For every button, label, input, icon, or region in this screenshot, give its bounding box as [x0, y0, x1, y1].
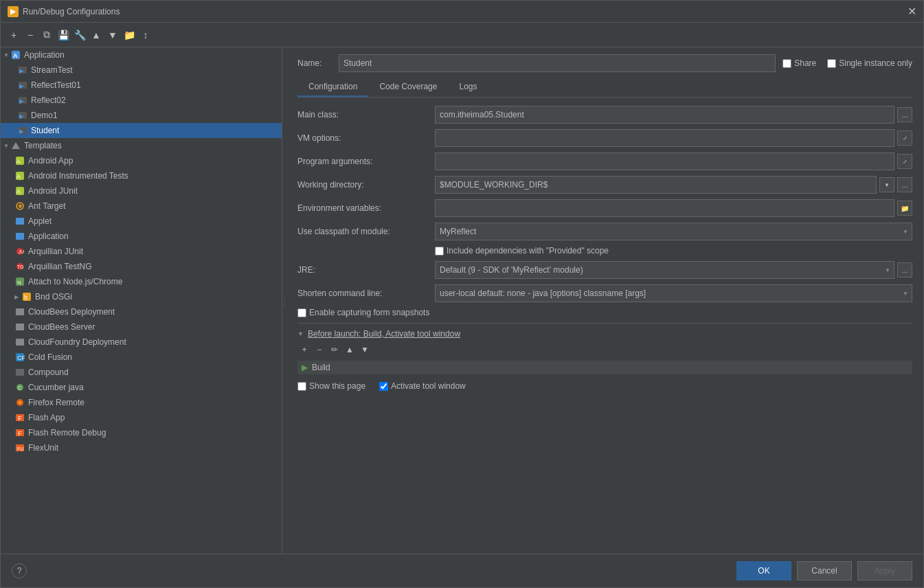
name-input[interactable] [339, 54, 776, 72]
ant-target-label: Ant Target [28, 201, 65, 211]
sort-button[interactable]: ↕ [138, 27, 153, 43]
activate-tool-label[interactable]: Activate tool window [379, 381, 466, 391]
tree-item-flash-app[interactable]: F Flash App [1, 410, 282, 425]
tree-item-arquillian-testng[interactable]: TG Arquillian TestNG [1, 259, 282, 274]
tree-item-attach-nodejs[interactable]: N Attach to Node.js/Chrome [1, 274, 282, 289]
single-instance-checkbox[interactable] [827, 59, 836, 68]
tree-item-android-instrumented[interactable]: A Android Instrumented Tests [1, 168, 282, 183]
jre-browse-button[interactable]: ... [897, 262, 912, 278]
main-class-input[interactable] [435, 106, 894, 124]
apply-button[interactable]: Apply [857, 561, 912, 580]
tree-item-bnd-osgi[interactable]: ▶ b Bnd OSGi [1, 289, 282, 304]
show-page-checkbox[interactable] [297, 382, 306, 391]
working-dir-dropdown-button[interactable]: ▼ [879, 177, 894, 192]
tree-item-streamtest[interactable]: ▶ StreamTest [1, 63, 282, 78]
student-label: Student [31, 126, 59, 135]
tree-item-templates-group[interactable]: ▼ Templates [1, 138, 282, 153]
enable-capturing-label[interactable]: Enable capturing form snapshots [297, 308, 429, 317]
tree-item-cold-fusion[interactable]: CF Cold Fusion [1, 350, 282, 365]
include-deps-row: Include dependencies with "Provided" sco… [297, 246, 912, 256]
tree-item-firefox-remote[interactable]: Firefox Remote [1, 395, 282, 410]
tab-logs[interactable]: Logs [448, 78, 488, 97]
save-config-button[interactable]: 💾 [56, 27, 71, 43]
enable-capturing-checkbox[interactable] [297, 308, 306, 317]
ant-target-icon: ✱ [14, 201, 25, 212]
build-label: Build [312, 363, 330, 372]
working-dir-browse-button[interactable]: ... [897, 177, 912, 192]
tree-item-cloudbees-deployment[interactable]: CloudBees Deployment [1, 304, 282, 319]
program-args-expand-button[interactable]: ⤢ [897, 154, 912, 169]
env-vars-wrap: 📁 [435, 199, 912, 217]
single-instance-checkbox-label[interactable]: Single instance only [827, 58, 912, 68]
cancel-button[interactable]: Cancel [797, 561, 852, 580]
move-up-button[interactable]: ▲ [89, 27, 104, 43]
tree-item-demo1[interactable]: ▶ Demo1 [1, 108, 282, 123]
add-config-button[interactable]: + [6, 27, 21, 43]
tab-code-coverage[interactable]: Code Coverage [368, 78, 448, 97]
tree-item-ant-target[interactable]: ✱ Ant Target [1, 199, 282, 214]
classpath-select[interactable]: MyReflect [435, 223, 912, 240]
before-launch-header[interactable]: ▼ Before launch: Build, Activate tool wi… [297, 329, 912, 339]
firefox-remote-icon [14, 397, 25, 408]
include-deps-checkbox[interactable] [435, 247, 444, 256]
program-args-input[interactable] [435, 152, 894, 170]
settings-button[interactable]: 🔧 [72, 27, 87, 43]
jre-select-wrap: Default (9 - SDK of 'MyReflect' module) [435, 261, 894, 279]
vm-options-expand-button[interactable]: ⤢ [897, 131, 912, 146]
application-group-icon: A [10, 49, 21, 60]
tree-item-cucumber-java[interactable]: C Cucumber java [1, 380, 282, 395]
compound-label: Compound [28, 368, 69, 377]
launch-remove-button[interactable]: − [313, 343, 326, 357]
svg-text:TG: TG [17, 264, 24, 269]
folder-button[interactable]: 📁 [122, 27, 137, 43]
share-checkbox-label[interactable]: Share [782, 58, 816, 68]
tree-item-application[interactable]: Application [1, 229, 282, 244]
main-class-expand-button[interactable]: ... [897, 107, 912, 122]
tree-item-compound[interactable]: Compound [1, 365, 282, 380]
tree-item-applet[interactable]: Applet [1, 214, 282, 229]
tree-item-flash-remote-debug[interactable]: F Flash Remote Debug [1, 425, 282, 440]
help-button[interactable]: ? [12, 563, 27, 578]
shorten-cmd-select[interactable]: user-local default: none - java [options… [435, 284, 912, 302]
show-page-label[interactable]: Show this page [297, 381, 365, 391]
svg-rect-22 [16, 233, 24, 240]
tree-item-reflect02[interactable]: ▶ Reflect02 [1, 93, 282, 108]
svg-text:C: C [18, 385, 21, 390]
working-dir-input[interactable] [435, 176, 877, 194]
tree-item-application-group[interactable]: ▼ A Application [1, 47, 282, 63]
tree-item-android-junit[interactable]: A Android JUnit [1, 183, 282, 199]
tree-item-cloudfoundry-deployment[interactable]: CloudFoundry Deployment [1, 335, 282, 350]
tree-item-student[interactable]: ▶ Student [1, 123, 282, 138]
copy-config-button[interactable]: ⧉ [39, 27, 54, 43]
launch-edit-button[interactable]: ✏ [328, 343, 341, 357]
svg-text:F: F [18, 415, 22, 422]
move-down-button[interactable]: ▼ [105, 27, 120, 43]
env-vars-browse-button[interactable]: 📁 [897, 201, 912, 216]
tree-item-arquillian-junit[interactable]: JU Arquillian JUnit [1, 244, 282, 259]
android-junit-label: Android JUnit [28, 186, 78, 196]
jre-select[interactable]: Default (9 - SDK of 'MyReflect' module) [435, 261, 894, 279]
tree-item-reflecttest01[interactable]: ▶ ReflectTest01 [1, 78, 282, 93]
include-deps-label[interactable]: Include dependencies with "Provided" sco… [435, 246, 609, 256]
arquillian-junit-label: Arquillian JUnit [28, 247, 83, 256]
remove-config-button[interactable]: − [23, 27, 38, 43]
svg-text:A: A [16, 158, 21, 165]
ok-button[interactable]: OK [736, 561, 791, 580]
tab-configuration[interactable]: Configuration [297, 78, 368, 97]
vm-options-label: VM options: [297, 133, 435, 143]
env-vars-input[interactable] [435, 199, 894, 217]
launch-move-down-button[interactable]: ▼ [358, 343, 372, 357]
dialog-title: Run/Debug Configurations [23, 7, 120, 16]
launch-add-button[interactable]: + [297, 343, 311, 357]
show-page-text: Show this page [309, 381, 365, 391]
tree-item-flexunit[interactable]: FU FlexUnit [1, 440, 282, 455]
share-checkbox[interactable] [782, 59, 791, 68]
close-button[interactable]: ✕ [908, 6, 916, 17]
single-instance-label: Single instance only [839, 58, 912, 68]
launch-move-up-button[interactable]: ▲ [343, 343, 357, 357]
main-class-row: Main class: ... [297, 106, 912, 124]
tree-item-android-app[interactable]: A Android App [1, 153, 282, 168]
tree-item-cloudbees-server[interactable]: CloudBees Server [1, 319, 282, 335]
activate-tool-checkbox[interactable] [379, 382, 388, 391]
vm-options-input[interactable] [435, 129, 894, 147]
